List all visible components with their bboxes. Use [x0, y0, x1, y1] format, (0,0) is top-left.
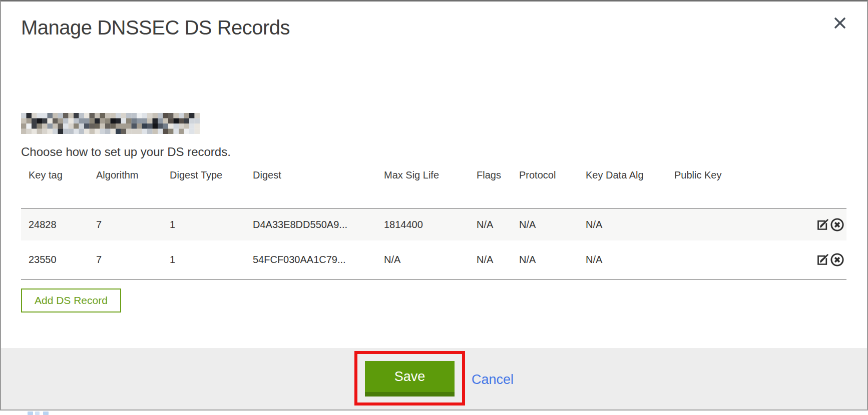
- modal-body: Manage DNSSEC DS Records Choose how to s…: [1, 2, 867, 312]
- table-cell: 24828: [21, 208, 96, 240]
- table-cell: 7: [96, 208, 170, 240]
- table-cell: N/A: [477, 240, 519, 280]
- column-header: Algorithm: [96, 166, 170, 208]
- row-actions: [784, 208, 846, 240]
- table-cell: 54FCF030AA1C79...: [253, 240, 384, 280]
- table-row: 235507154FCF030AA1C79...N/AN/AN/AN/A: [21, 240, 846, 280]
- table-cell: 1: [170, 208, 253, 240]
- domain-name-redacted: [21, 113, 200, 134]
- column-header: Digest: [253, 166, 384, 208]
- annotation-red-box: Save: [354, 351, 465, 406]
- column-header: Flags: [477, 166, 519, 208]
- add-ds-record-button[interactable]: Add DS Record: [21, 288, 121, 312]
- background-artifact: [35, 412, 40, 415]
- table-cell: N/A: [477, 208, 519, 240]
- edit-record-icon[interactable]: [816, 218, 829, 232]
- edit-record-icon[interactable]: [816, 253, 829, 266]
- table-cell: [674, 240, 784, 280]
- table-cell: D4A33E8DD550A9...: [253, 208, 384, 240]
- page-behind-modal: [0, 410, 868, 415]
- table-cell: N/A: [519, 208, 586, 240]
- table-cell: N/A: [586, 208, 674, 240]
- delete-record-icon[interactable]: [830, 252, 844, 267]
- table-header-row: Key tagAlgorithmDigest TypeDigestMax Sig…: [21, 166, 846, 208]
- column-header-actions: [784, 166, 846, 208]
- table-row: 2482871D4A33E8DD550A9...1814400N/AN/AN/A: [21, 208, 846, 240]
- table-cell: N/A: [586, 240, 674, 280]
- cancel-link[interactable]: Cancel: [472, 372, 514, 388]
- row-actions: [784, 240, 846, 280]
- column-header: Digest Type: [170, 166, 253, 208]
- screenshot-root: Manage DNSSEC DS Records Choose how to s…: [0, 0, 868, 415]
- column-header: Max Sig Life: [384, 166, 477, 208]
- instruction-text: Choose how to set up your DS records.: [21, 145, 844, 160]
- table-cell: 23550: [21, 240, 96, 280]
- page-title: Manage DNSSEC DS Records: [21, 2, 844, 38]
- modal-footer: Save Cancel: [1, 348, 867, 410]
- column-header: Key tag: [21, 166, 96, 208]
- table-cell: 1: [170, 240, 253, 280]
- column-header: Key Data Alg: [586, 166, 674, 208]
- save-button[interactable]: Save: [365, 361, 455, 396]
- manage-dnssec-modal: Manage DNSSEC DS Records Choose how to s…: [0, 0, 868, 410]
- table-cell: N/A: [519, 240, 586, 280]
- table-cell: [674, 208, 784, 240]
- column-header: Protocol: [519, 166, 586, 208]
- table-cell: N/A: [384, 240, 477, 280]
- background-artifact: [28, 412, 33, 415]
- table-cell: 1814400: [384, 208, 477, 240]
- table-cell: 7: [96, 240, 170, 280]
- background-artifact: [43, 412, 49, 415]
- column-header: Public Key: [674, 166, 784, 208]
- ds-records-table: Key tagAlgorithmDigest TypeDigestMax Sig…: [21, 166, 846, 280]
- delete-record-icon[interactable]: [830, 218, 844, 232]
